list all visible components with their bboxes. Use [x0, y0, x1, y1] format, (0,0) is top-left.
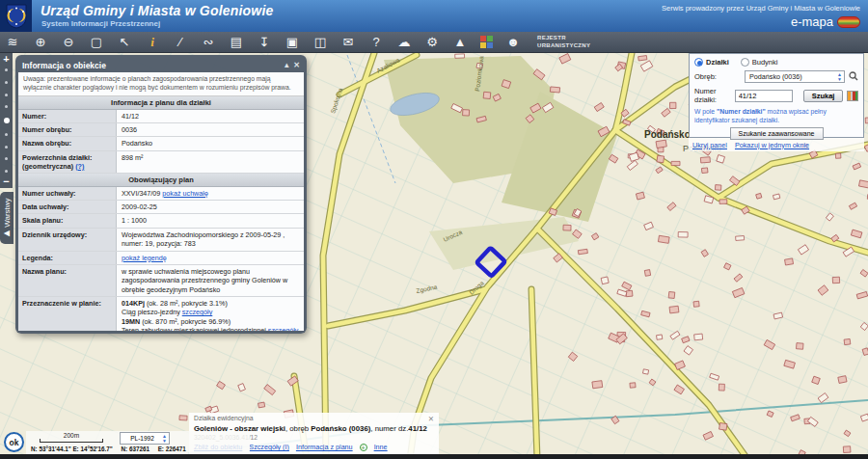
settings-icon[interactable]: ⚙: [424, 33, 440, 52]
info-icon[interactable]: i: [145, 33, 160, 52]
search-icon[interactable]: [849, 71, 858, 83]
obreb-select[interactable]: Podańsko (0036) ▲▼: [745, 70, 845, 83]
warning-icon[interactable]: ▲: [452, 33, 468, 52]
zoom-out-icon[interactable]: ⊖: [61, 33, 76, 52]
zoom-in-button[interactable]: +: [3, 53, 9, 66]
table-row: Data uchwały: 2009-02-25: [18, 201, 304, 214]
municipality-logo: [0, 0, 32, 32]
table-row: Powierzchnia działki: (geometryczna) (?)…: [18, 151, 304, 174]
site-subtitle: System Informacji Przestrzennej: [41, 19, 160, 28]
show-resolution-link[interactable]: pokaż uchwałę: [162, 189, 208, 198]
link-icon[interactable]: ∾: [201, 33, 216, 52]
help-link[interactable]: (?): [75, 162, 84, 171]
table-row: Numer: 41/12: [18, 110, 304, 123]
table-row: Numer uchwały: XXVI/347/09 pokaż uchwałę: [18, 187, 304, 201]
palette-icon[interactable]: [480, 36, 493, 48]
print-icon[interactable]: ▤: [229, 33, 244, 52]
feature-kind: Działka ewidencyjna: [194, 415, 254, 423]
highlight-colors-icon[interactable]: [847, 91, 858, 101]
place-label: Podańsko: [644, 129, 691, 140]
coordinates-readout: N: 53°31'44.1" E: 14°52'16.7" N: 637261 …: [31, 446, 249, 452]
section-header-binding-plan: Obowiązujący plan: [18, 174, 304, 187]
measure-icon[interactable]: ∕: [173, 33, 188, 52]
scale-bar: 200m: [40, 432, 103, 443]
table-row: Dziennik urzędowy: Województwa Zachodnio…: [18, 229, 304, 252]
show-legend-link[interactable]: pokaż legendę: [122, 254, 167, 262]
hide-panel-link[interactable]: Ukryj panel: [692, 141, 727, 149]
parcel-number-input[interactable]: [735, 90, 793, 102]
app-header: Urząd Gminy i Miasta w Goleniowie System…: [0, 0, 868, 32]
info-panel-title: Informacja o obiekcie: [22, 61, 106, 70]
close-icon[interactable]: ✕: [293, 61, 300, 69]
comment-icon[interactable]: ✉: [340, 33, 356, 52]
advanced-search-button[interactable]: Szukanie zaawansowane: [730, 127, 824, 140]
upload-cloud-icon[interactable]: ☁: [396, 33, 412, 52]
zoom-out-button[interactable]: −: [3, 176, 9, 188]
disclaimer-note: Uwaga: prezentowane informacje o planach…: [18, 72, 304, 96]
copy-frame-icon[interactable]: ▣: [285, 33, 300, 52]
zoom-slider[interactable]: [4, 66, 10, 176]
user-comment-icon[interactable]: ☻: [505, 33, 521, 52]
table-row: Numer obrębu: 0036: [18, 123, 304, 137]
service-note: Serwis prowadzony przez Urząd Gminy i Mi…: [662, 4, 860, 13]
table-row: Nazwa obrębu: Podańsko: [18, 137, 304, 150]
details-link[interactable]: Szczegóły (I): [249, 443, 289, 451]
close-icon[interactable]: ✕: [428, 415, 434, 423]
minimize-icon[interactable]: ▴: [285, 61, 288, 69]
section-header-plan-info: Informacja z planu dla działki: [18, 96, 304, 110]
add-icon[interactable]: +: [360, 444, 367, 451]
szukaj-button[interactable]: Szukaj: [803, 90, 844, 102]
rejestr-urbanistyczny-button[interactable]: REJESTR URBANISTYCZNY: [537, 35, 590, 48]
zone2-details-link[interactable]: szczegóły: [268, 326, 299, 331]
help-icon[interactable]: ?: [368, 33, 384, 52]
site-title: Urząd Gminy i Miasta w Goleniowie: [41, 3, 274, 18]
table-row: Nazwa planu: w sprawie uchwalenia miejsc…: [18, 265, 304, 297]
map-zoom-control: + −: [0, 53, 13, 188]
plan-info-link[interactable]: Informacja z planu: [296, 443, 353, 451]
download-icon[interactable]: ↧: [257, 33, 272, 52]
radio-budynki[interactable]: [741, 58, 749, 67]
bottom-strip: [0, 454, 868, 459]
radio-dzialki[interactable]: [694, 58, 703, 67]
obreb-label: Obręb:: [694, 72, 745, 81]
numer-dzialki-label: Numer działki:: [694, 87, 735, 104]
object-info-panel: Informacja o obiekcie ▴ ✕ Uwaga: prezent…: [15, 55, 307, 334]
split-view-icon[interactable]: ◫: [312, 33, 328, 52]
zone1-details-link[interactable]: szczegóły: [182, 308, 213, 316]
main-toolbar: ≋⊕⊖▢↖i∕∾▤↧▣◫✉?☁⚙▲☻ REJESTR URBANISTYCZNY: [0, 32, 868, 53]
toolbar-icons: ≋⊕⊖▢↖i∕∾▤↧▣◫✉?☁⚙▲☻: [5, 33, 533, 52]
zoom-slider-handle[interactable]: [4, 118, 10, 123]
table-row: Legenda: pokaż legendę: [18, 252, 304, 265]
layers-icon[interactable]: ≋: [5, 33, 20, 52]
search-hint: W pole "Numer działki" można wpisać pełn…: [694, 108, 858, 125]
table-row-destination: Przeznaczenie w planie: 014KPj (ok. 28 m…: [18, 297, 304, 331]
table-row: Skala planu: 1 : 1000: [18, 214, 304, 228]
zoom-in-icon[interactable]: ⊕: [33, 33, 48, 52]
pointer-icon[interactable]: ↖: [117, 33, 132, 52]
emapa-brand: e-mapa: [791, 14, 833, 29]
search-panel: WspółrzędneAdresyPlanyDziałkiObiekty ✕ D…: [689, 37, 864, 151]
ok-button[interactable]: ok: [4, 432, 24, 452]
coordinate-box: 200m PL-1992 ▲▼ N: 53°31'44.1" E: 14°52'…: [26, 431, 250, 454]
layers-panel-tab[interactable]: ▶ Warstwy: [0, 192, 14, 244]
single-window-link[interactable]: Pokazuj w jednym oknie: [735, 141, 809, 149]
geoportal-logo: [837, 16, 860, 28]
crs-select[interactable]: PL-1992 ▲▼: [120, 432, 170, 445]
select-area-icon[interactable]: ▢: [89, 33, 104, 52]
other-link[interactable]: Inne: [374, 443, 388, 451]
